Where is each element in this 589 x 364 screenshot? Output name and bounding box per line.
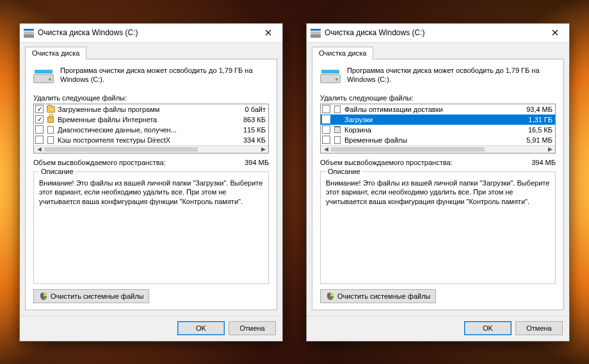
page-icon [333,136,342,145]
shield-icon [326,292,335,301]
tabstrip: Очистка диска [20,43,282,59]
item-name: Временные файлы [344,136,512,144]
tab-disk-cleanup[interactable]: Очистка диска [312,47,373,59]
clean-system-files-label: Очистить системные файлы [337,292,430,300]
file-list-rows: Загруженные файлы программ0 байтВременны… [34,104,268,145]
disk-cleanup-icon [311,28,321,38]
button-row: OK Отмена [307,315,569,341]
drive-icon [33,66,54,86]
item-size: 5,91 МБ [514,136,553,144]
ok-button[interactable]: OK [464,321,512,335]
description-text: Внимание! Это файлы из вашей личной папк… [39,178,263,207]
item-checkbox[interactable] [322,105,330,113]
item-checkbox[interactable] [35,136,44,144]
close-button[interactable] [254,24,282,42]
folder-icon [46,105,55,114]
item-checkbox[interactable] [322,115,330,123]
item-checkbox[interactable] [35,115,44,123]
cancel-button[interactable]: Отмена [515,321,563,335]
page-icon [46,125,55,134]
tab-panel: Программа очистки диска может освободить… [25,59,277,310]
item-size: 334 КБ [227,136,266,144]
file-list-item[interactable]: Загрузки1,31 ГБ [321,115,555,125]
files-to-delete-label: Удалить следующие файлы: [33,94,269,102]
disk-cleanup-icon [24,28,34,38]
item-name: Загрузки [344,116,512,123]
cancel-button[interactable]: Отмена [229,321,276,335]
scroll-left-icon[interactable]: ◀ [34,146,44,153]
freed-space-label: Объем высвобождаемого пространства: [320,159,453,166]
scroll-right-icon[interactable]: ▶ [258,146,268,153]
freed-space-value: 394 МБ [531,159,556,166]
files-to-delete-label: Удалить следующие файлы: [320,94,556,102]
item-size: 0 байт [227,106,266,113]
item-size: 115 КБ [227,126,266,134]
description-text: Внимание! Это файлы из вашей личной папк… [326,178,550,207]
horizontal-scrollbar[interactable]: ◀ ▶ [34,145,268,153]
scroll-left-icon[interactable]: ◀ [321,146,331,153]
close-button[interactable] [540,24,569,42]
file-list[interactable]: Файлы оптимизации доставки93,4 МБЗагрузк… [320,104,556,154]
horizontal-scrollbar[interactable]: ◀ ▶ [321,145,555,153]
item-checkbox[interactable] [35,125,44,134]
item-size: 863 КБ [227,116,266,123]
file-list-item[interactable]: Файлы оптимизации доставки93,4 МБ [321,104,555,115]
description-legend: Описание [39,168,76,175]
window-title: Очистка диска Windows (C:) [38,28,138,37]
ok-button[interactable]: OK [177,321,225,335]
window-title: Очистка диска Windows (C:) [325,28,425,37]
page-icon [333,105,342,114]
shield-icon [39,292,48,301]
item-checkbox[interactable] [322,125,330,134]
file-list-item[interactable]: Диагностические данные, получен...115 КБ [34,125,268,135]
button-row: OK Отмена [20,315,282,341]
clean-system-files-button[interactable]: Очистить системные файлы [33,289,149,303]
drive-icon [320,66,341,86]
disk-cleanup-dialog: Очистка диска Windows (C:) Очистка диска… [306,23,570,342]
item-name: Диагностические данные, получен... [58,126,225,134]
item-size: 1,31 ГБ [514,116,553,123]
item-name: Файлы оптимизации доставки [344,106,512,113]
clean-system-files-button[interactable]: Очистить системные файлы [320,289,436,303]
item-checkbox[interactable] [322,136,330,144]
tab-disk-cleanup[interactable]: Очистка диска [25,47,86,59]
scroll-right-icon[interactable]: ▶ [545,146,555,153]
file-list-rows: Файлы оптимизации доставки93,4 МБЗагрузк… [321,104,555,145]
titlebar[interactable]: Очистка диска Windows (C:) [20,24,282,43]
item-checkbox[interactable] [35,105,44,113]
lock-icon [46,115,55,124]
description-group: Описание Внимание! Это файлы из вашей ли… [33,171,269,284]
summary-text: Программа очистки диска может освободить… [347,66,556,86]
item-size: 16,5 КБ [514,126,553,134]
close-icon [552,29,558,36]
item-name: Кэш построителя текстуры DirectX [58,136,225,144]
titlebar[interactable]: Очистка диска Windows (C:) [307,24,569,43]
arrow-icon [333,115,342,124]
description-legend: Описание [326,168,362,175]
clean-system-files-label: Очистить системные файлы [51,292,143,300]
disk-cleanup-dialog: Очистка диска Windows (C:) Очистка диска… [19,23,283,342]
file-list-item[interactable]: Загруженные файлы программ0 байт [34,104,268,115]
item-name: Корзина [344,126,512,134]
tabstrip: Очистка диска [307,43,569,59]
item-size: 93,4 МБ [514,106,553,113]
page-icon [46,136,55,145]
file-list-item[interactable]: Корзина16,5 КБ [321,125,555,135]
summary-text: Программа очистки диска может освободить… [60,66,269,86]
file-list-item[interactable]: Временные файлы Интернета863 КБ [34,115,268,125]
file-list-item[interactable]: Кэш построителя текстуры DirectX334 КБ [34,135,268,145]
freed-space-value: 394 МБ [245,159,269,166]
scroll-thumb[interactable] [331,147,485,152]
file-list-item[interactable]: Временные файлы5,91 МБ [321,135,555,145]
item-name: Временные файлы Интернета [58,116,225,123]
tab-panel: Программа очистки диска может освободить… [312,59,564,310]
bin-icon [333,125,342,134]
file-list[interactable]: Загруженные файлы программ0 байтВременны… [33,104,269,154]
item-name: Загруженные файлы программ [58,106,225,113]
scroll-thumb[interactable] [44,147,198,152]
freed-space-label: Объем высвобождаемого пространства: [33,159,166,166]
close-icon [265,29,271,36]
description-group: Описание Внимание! Это файлы из вашей ли… [320,171,556,284]
